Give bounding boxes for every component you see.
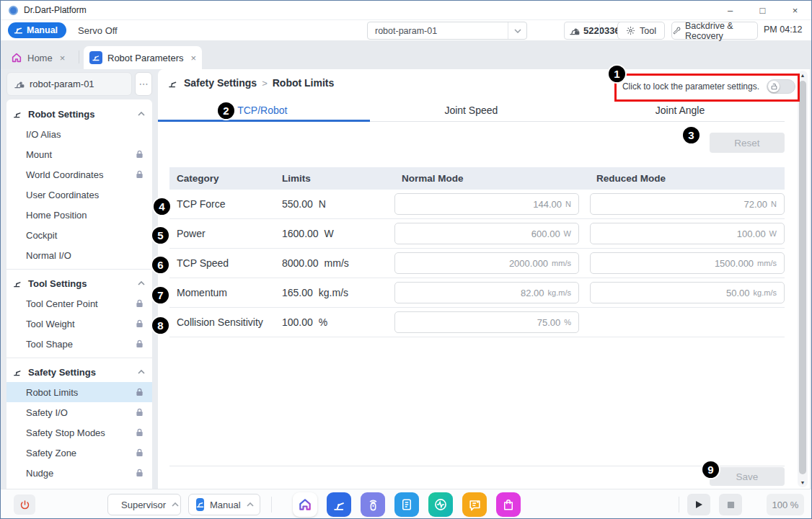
param-select-dropdown[interactable]: robot-param-01	[367, 22, 527, 40]
lock-icon	[136, 170, 144, 179]
mode-select[interactable]: Manual	[188, 494, 260, 515]
limit-tabs: TCP/Robot Joint Speed Joint Angle	[158, 102, 785, 122]
chevron-up-icon[interactable]	[138, 370, 145, 374]
sidebar-item-safety-stop-modes[interactable]: Safety Stop Modes	[6, 422, 152, 443]
robot-icon	[13, 278, 23, 288]
sidebar-group-safety-settings[interactable]: Safety Settings	[6, 362, 152, 382]
sidebar-param-name[interactable]: robot-param-01	[6, 72, 132, 96]
speed-value[interactable]: 100 %	[767, 494, 804, 515]
lock-icon	[136, 428, 144, 437]
chevron-up-icon[interactable]	[138, 112, 145, 116]
scrollbar-thumb[interactable]	[799, 81, 806, 474]
robot-params-app-icon[interactable]	[327, 492, 351, 517]
robot-icon	[168, 78, 179, 89]
reduced-mode-input[interactable]: 100.00W	[590, 223, 785, 244]
sidebar-item-mount[interactable]: Mount	[6, 144, 152, 164]
main-panel: Safety Settings > Robot Limits Click to …	[158, 69, 810, 489]
stop-icon	[727, 501, 735, 509]
annotation-red-box	[614, 74, 800, 102]
sidebar-item-normal-io[interactable]: Normal I/O	[6, 245, 152, 265]
tab-tcp-robot[interactable]: TCP/Robot	[158, 102, 367, 121]
sidebar-item-cockpit[interactable]: Cockpit	[6, 225, 152, 245]
message-app-icon[interactable]	[462, 492, 487, 517]
tab-joint-speed[interactable]: Joint Speed	[367, 102, 576, 121]
sidebar-item-safety-io[interactable]: Safety I/O	[6, 402, 152, 422]
robot-arm-icon	[14, 26, 23, 35]
gear-icon	[626, 26, 635, 35]
tab-home[interactable]: Home ×	[11, 46, 77, 69]
jog-app-icon[interactable]	[361, 492, 385, 517]
sidebar-item-world-coordinates[interactable]: World Coordinates	[6, 164, 152, 185]
sidebar-item-tool-center-point[interactable]: Tool Center Point	[6, 293, 152, 314]
tab-separator	[79, 50, 79, 63]
normal-mode-input[interactable]: 82.00kg.m/s	[394, 282, 579, 303]
annotation-badge-7: 7	[151, 285, 170, 305]
sidebar-item-robot-limits[interactable]: Robot Limits	[6, 382, 152, 402]
sidebar-item-tool-shape[interactable]: Tool Shape	[6, 334, 152, 354]
store-app-icon[interactable]	[496, 492, 521, 517]
lock-icon	[136, 469, 144, 477]
chevron-up-icon[interactable]	[138, 281, 145, 285]
normal-mode-input[interactable]: 75.00%	[394, 311, 579, 333]
power-button[interactable]	[14, 494, 35, 515]
scrollbar-vertical[interactable]: ▲ ▼	[798, 71, 808, 487]
stop-button[interactable]	[719, 494, 742, 515]
sidebar-item-home-position[interactable]: Home Position	[6, 205, 152, 225]
monitoring-app-icon[interactable]	[428, 492, 453, 517]
reduced-mode-input[interactable]: 72.00N	[590, 193, 785, 215]
close-tab-icon[interactable]: ×	[60, 53, 66, 63]
sidebar-divider	[6, 358, 152, 358]
minimize-button[interactable]: –	[714, 1, 746, 20]
sidebar-item-user-coordinates[interactable]: User Coordinates	[6, 185, 152, 205]
backdrive-recovery-button[interactable]: Backdrive & Recovery	[671, 22, 758, 40]
lock-icon	[136, 319, 144, 328]
reset-button[interactable]: Reset	[710, 133, 785, 153]
sidebar-item-nudge[interactable]: Nudge	[6, 463, 152, 483]
status-bar: Servo Supervisor Manual	[1, 489, 811, 518]
role-select[interactable]: Supervisor	[107, 494, 181, 515]
manual-mode-icon	[196, 498, 204, 511]
annotation-badge-1: 1	[607, 64, 627, 84]
row-category: TCP Force	[169, 198, 282, 210]
lock-icon	[136, 408, 144, 417]
wrench-icon	[672, 27, 681, 35]
header-limits: Limits	[282, 173, 394, 184]
scroll-down-icon[interactable]: ▼	[798, 480, 808, 485]
normal-mode-input[interactable]: 600.00W	[394, 223, 579, 244]
maximize-button[interactable]: □	[746, 1, 779, 20]
reduced-mode-input[interactable]: 1500.000mm/s	[590, 252, 785, 274]
sidebar-item-tool-weight[interactable]: Tool Weight	[6, 314, 152, 334]
manual-mode-pill[interactable]: Manual	[8, 22, 66, 38]
sidebar-item-io-alias[interactable]: I/O Alias	[6, 124, 152, 144]
robot-icon	[13, 367, 23, 377]
robot-icon	[14, 79, 25, 89]
save-button[interactable]: Save	[710, 467, 785, 486]
tab-robot-parameters[interactable]: Robot Parameters ×	[84, 46, 202, 69]
reduced-mode-input[interactable]: 50.00kg.m/s	[590, 282, 785, 303]
breadcrumb-section[interactable]: Safety Settings	[184, 77, 257, 89]
header-category: Category	[169, 173, 282, 184]
row-category: Collision Sensitivity	[169, 316, 282, 328]
play-button[interactable]	[687, 494, 710, 515]
sidebar-nav: Robot Settings I/O Alias Mount World Coo…	[6, 99, 152, 489]
sidebar-group-robot-settings[interactable]: Robot Settings	[6, 104, 152, 124]
breadcrumb-page: Robot Limits	[273, 77, 335, 89]
home-icon	[11, 52, 22, 63]
tab-joint-angle[interactable]: Joint Angle	[575, 102, 785, 121]
normal-mode-input[interactable]: 2000.000mm/s	[394, 252, 579, 274]
robot-lock-icon	[569, 25, 580, 36]
header-reduced-mode: Reduced Mode	[589, 173, 785, 184]
statusbar-divider	[679, 497, 679, 513]
lock-icon	[136, 388, 144, 396]
close-tab-icon[interactable]: ×	[191, 53, 197, 63]
sidebar-divider	[6, 269, 152, 270]
tool-button[interactable]: Tool	[617, 22, 665, 40]
row-limit: 165.00kg.m/s	[282, 287, 394, 298]
close-button[interactable]: ×	[779, 1, 811, 20]
task-editor-app-icon[interactable]	[394, 492, 419, 517]
home-app-icon[interactable]	[293, 492, 317, 517]
sidebar-more-button[interactable]: ⋯	[135, 72, 152, 96]
sidebar-item-safety-zone[interactable]: Safety Zone	[6, 443, 152, 463]
normal-mode-input[interactable]: 144.00N	[394, 193, 579, 215]
sidebar-group-tool-settings[interactable]: Tool Settings	[6, 273, 152, 293]
